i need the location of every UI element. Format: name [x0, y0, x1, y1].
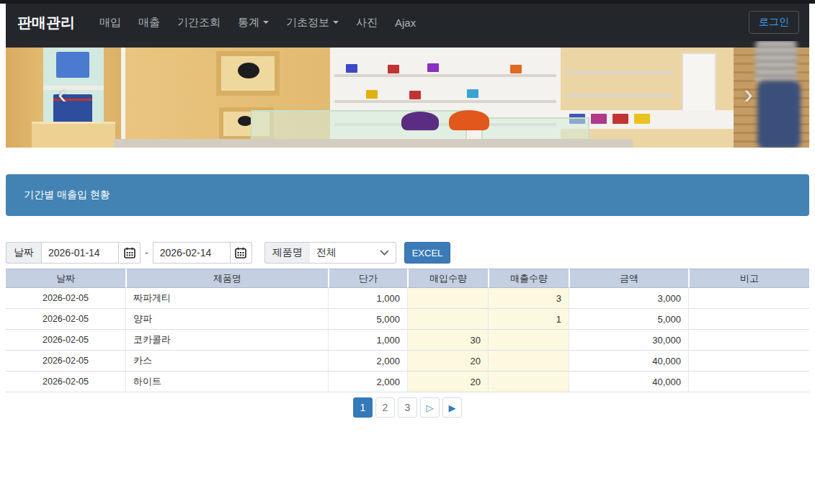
cell-product: 양파	[125, 309, 328, 330]
cell-note	[688, 330, 809, 351]
date-to-calendar-button[interactable]	[231, 242, 252, 264]
last-page-icon[interactable]: ▶	[442, 397, 462, 418]
next-page-icon[interactable]: ▷	[420, 397, 440, 418]
column-header-purchase-qty: 매입수량	[407, 269, 488, 288]
cell-product: 카스	[125, 351, 328, 372]
cell-sales-qty	[488, 372, 569, 392]
cell-product: 하이트	[125, 372, 328, 392]
cell-date: 2026-02-05	[6, 330, 125, 351]
carousel-prev-icon[interactable]: ‹	[58, 81, 67, 108]
panel-header: 기간별 매출입 현황	[6, 174, 809, 216]
hero-orange-bag	[449, 110, 489, 130]
nav-item-sales[interactable]: 매출	[130, 4, 169, 41]
cell-product: 짜파게티	[125, 288, 328, 309]
page-button-3[interactable]: 3	[398, 397, 417, 418]
date-to-input[interactable]	[153, 242, 231, 264]
nav-item-label: 매입	[99, 16, 121, 30]
column-header-sales-qty: 매출수량	[488, 269, 569, 288]
hero-walking-person	[755, 41, 797, 83]
cell-sales-qty	[488, 330, 569, 351]
product-select-value: 전체	[316, 246, 337, 259]
column-header-amount: 금액	[569, 269, 688, 288]
cell-sales-qty: 1	[488, 309, 569, 330]
nav-item-label: 통계	[238, 16, 259, 30]
date-from-input[interactable]	[41, 242, 119, 264]
hero-alcove-shelf	[43, 86, 104, 90]
cell-date: 2026-02-05	[6, 372, 125, 392]
cell-unit-price: 1,000	[328, 330, 407, 351]
cell-date: 2026-02-05	[6, 351, 125, 372]
column-header-note: 비고	[688, 269, 809, 288]
nav-item-period-search[interactable]: 기간조회	[169, 4, 229, 41]
hero-shelf-item	[409, 91, 421, 99]
column-header-product: 제품명	[125, 269, 328, 288]
nav-item-label: Ajax	[395, 17, 416, 29]
cell-amount: 40,000	[569, 372, 688, 392]
nav-item-photo[interactable]: 사진	[347, 4, 386, 41]
cell-product: 코카콜라	[125, 330, 328, 351]
product-select[interactable]: 전체	[310, 242, 396, 264]
calendar-icon	[124, 247, 135, 258]
excel-export-button[interactable]: EXCEL	[404, 242, 451, 264]
hero-purple-bag	[401, 112, 439, 130]
cell-note	[688, 351, 809, 372]
carousel-next-icon[interactable]: ›	[744, 81, 753, 108]
cell-note	[688, 288, 809, 309]
date-label: 날짜	[6, 242, 41, 264]
cell-note	[688, 372, 809, 392]
table-row: 2026-02-05 양파 5,000 1 5,000	[6, 309, 809, 330]
cell-unit-price: 1,000	[328, 288, 407, 309]
cell-amount: 3,000	[569, 288, 688, 309]
navbar: 판매관리 매입 매출 기간조회 통계 기초정보 사진 Ajax 로그인	[6, 4, 809, 41]
login-button[interactable]: 로그인	[749, 11, 799, 34]
hero-shelf-item	[510, 65, 522, 73]
nav-item-purchase[interactable]: 매입	[91, 4, 130, 41]
table-row: 2026-02-05 짜파게티 1,000 3 3,000	[6, 288, 809, 309]
cell-date: 2026-02-05	[6, 288, 125, 309]
hero-shelf-item	[346, 64, 357, 73]
date-range-separator: -	[145, 247, 148, 258]
cell-amount: 40,000	[569, 351, 688, 372]
navbar-right: 로그인	[749, 11, 799, 34]
hero-wall-knob	[238, 63, 259, 78]
hero-carousel: ‹ ›	[6, 41, 809, 148]
caret-down-icon	[333, 21, 339, 24]
date-from-calendar-button[interactable]	[119, 242, 141, 264]
hero-shelf-item	[591, 114, 607, 124]
cell-note	[688, 309, 809, 330]
cell-purchase-qty: 20	[407, 372, 488, 392]
page-button-2[interactable]: 2	[375, 397, 395, 418]
hero-shelf-line	[565, 71, 673, 74]
cell-unit-price: 2,000	[328, 372, 407, 392]
hero-shelf-line	[334, 100, 556, 103]
nav-item-label: 기초정보	[286, 16, 329, 30]
page-button-1[interactable]: 1	[353, 397, 373, 418]
hero-walking-person	[757, 81, 801, 148]
cell-unit-price: 2,000	[328, 351, 407, 372]
hero-shelf-item	[427, 63, 439, 72]
cell-purchase-qty: 30	[407, 330, 488, 351]
panel-title: 기간별 매출입 현황	[24, 189, 110, 202]
cell-purchase-qty	[407, 309, 488, 330]
nav-item-label: 사진	[356, 16, 378, 30]
hero-bench	[32, 122, 115, 148]
page-frame: 판매관리 매입 매출 기간조회 통계 기초정보 사진 Ajax 로그인	[6, 4, 809, 418]
cell-sales-qty: 3	[488, 288, 569, 309]
nav-menu: 매입 매출 기간조회 통계 기초정보 사진 Ajax	[91, 4, 424, 41]
cell-unit-price: 5,000	[328, 309, 407, 330]
table-row: 2026-02-05 카스 2,000 20 40,000	[6, 351, 809, 372]
pagination: 1 2 3 ▷ ▶	[6, 397, 809, 418]
calendar-icon	[235, 247, 246, 258]
nav-item-statistics[interactable]: 통계	[229, 4, 277, 41]
hero-shelf-item	[388, 65, 399, 73]
nav-item-ajax[interactable]: Ajax	[386, 4, 424, 41]
table-row: 2026-02-05 코카콜라 1,000 30 30,000	[6, 330, 809, 351]
hero-wall-knob	[238, 116, 252, 126]
nav-item-label: 매출	[138, 16, 160, 30]
hero-shelf-line	[565, 94, 673, 97]
chevron-down-icon	[380, 250, 389, 256]
cell-purchase-qty: 20	[407, 351, 488, 372]
nav-item-basic-info[interactable]: 기초정보	[277, 4, 347, 41]
brand-logo[interactable]: 판매관리	[17, 13, 75, 32]
column-header-date: 날짜	[6, 269, 125, 288]
